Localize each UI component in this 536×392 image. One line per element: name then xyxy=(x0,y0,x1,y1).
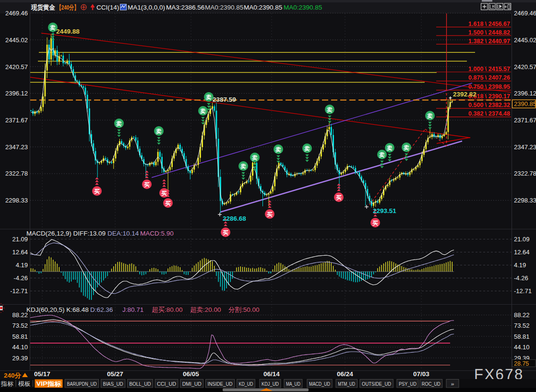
svg-text:VIP指标: VIP指标 xyxy=(36,380,62,387)
svg-text:MA_UD: MA_UD xyxy=(286,381,300,387)
svg-text:12.64: 12.64 xyxy=(514,249,530,256)
svg-text:2298.33: 2298.33 xyxy=(514,197,536,204)
svg-text:模板: 模板 xyxy=(18,380,31,387)
svg-text:73.52: 73.52 xyxy=(12,322,28,329)
svg-text:【240分】: 【240分】 xyxy=(57,4,79,11)
svg-text:240分: 240分 xyxy=(4,372,22,379)
svg-text:06/05: 06/05 xyxy=(183,370,199,378)
svg-text:卖: 卖 xyxy=(403,144,409,151)
svg-text:05/17: 05/17 xyxy=(34,370,50,378)
svg-text:MA0:2390.85: MA0:2390.85 xyxy=(205,4,243,11)
svg-text:指标: 指标 xyxy=(0,380,14,387)
svg-text:-4.26: -4.26 xyxy=(514,274,528,282)
svg-text:2293.51: 2293.51 xyxy=(373,207,396,214)
svg-text:2449.88: 2449.88 xyxy=(56,28,80,35)
svg-text:卖: 卖 xyxy=(49,24,56,31)
svg-text:买: 买 xyxy=(94,188,100,195)
svg-text:买: 买 xyxy=(267,211,273,218)
svg-text:2286.68: 2286.68 xyxy=(223,215,246,222)
svg-text:58.81: 58.81 xyxy=(12,333,28,340)
svg-text:-12.71: -12.71 xyxy=(514,287,532,295)
svg-text:07/03: 07/03 xyxy=(413,370,429,378)
svg-text:KDJ_UD: KDJ_UD xyxy=(262,381,279,387)
svg-text:卖: 卖 xyxy=(155,128,162,135)
svg-text:21.09: 21.09 xyxy=(514,236,530,243)
svg-text:卖: 卖 xyxy=(304,145,310,152)
svg-text:MA0:2390.85: MA0:2390.85 xyxy=(244,4,282,11)
svg-text:超卖:20.00: 超卖:20.00 xyxy=(190,306,221,313)
svg-text:2298.33: 2298.33 xyxy=(5,197,28,204)
svg-text:卖: 卖 xyxy=(275,146,281,153)
svg-text:12.64: 12.64 xyxy=(12,249,28,256)
svg-text:卖: 卖 xyxy=(116,120,122,127)
svg-text:1.500 \ 2448.82: 1.500 \ 2448.82 xyxy=(468,29,510,36)
svg-text:2396.12: 2396.12 xyxy=(514,90,536,97)
svg-text:2322.78: 2322.78 xyxy=(5,170,28,177)
svg-text:06/24: 06/24 xyxy=(337,370,353,378)
svg-text:买: 买 xyxy=(372,220,378,226)
svg-text:BARUPDN_UD: BARUPDN_UD xyxy=(67,381,96,387)
svg-text:2445.02: 2445.02 xyxy=(5,36,28,44)
svg-text:06/14: 06/14 xyxy=(263,370,280,378)
svg-text:0.382 \ 2374.48: 0.382 \ 2374.48 xyxy=(468,110,510,117)
svg-text:J:80.71: J:80.71 xyxy=(122,306,143,313)
svg-text:买: 买 xyxy=(336,194,342,201)
svg-text:MA0:2390.85: MA0:2390.85 xyxy=(284,4,322,11)
svg-text:44.10: 44.10 xyxy=(12,344,28,351)
svg-text:2387.59: 2387.59 xyxy=(213,96,236,103)
svg-text:卖: 卖 xyxy=(240,163,246,170)
svg-text:CCI_UD: CCI_UD xyxy=(157,381,176,387)
svg-text:买: 买 xyxy=(144,181,150,188)
svg-text:05/27: 05/27 xyxy=(107,370,123,378)
svg-text:卖: 卖 xyxy=(379,152,385,158)
svg-text:»: » xyxy=(451,381,454,387)
svg-text:2371.67: 2371.67 xyxy=(514,117,536,124)
svg-text:58.81: 58.81 xyxy=(514,333,530,340)
svg-text:OUTSIDE_UD: OUTSIDE_UD xyxy=(362,381,391,387)
svg-text:0.750 \ 2398.95: 0.750 \ 2398.95 xyxy=(468,83,510,90)
svg-text:2392.82: 2392.82 xyxy=(453,91,476,98)
svg-text:现货黄金: 现货黄金 xyxy=(31,4,55,11)
svg-text:KD_UD: KD_UD xyxy=(239,381,253,387)
svg-text:分割:50.00: 分割:50.00 xyxy=(228,306,260,313)
svg-text:CCI(14): CCI(14) xyxy=(96,4,119,11)
svg-text:MTM_UD: MTM_UD xyxy=(338,381,355,387)
svg-text:卖: 卖 xyxy=(205,94,212,101)
svg-text:买: 买 xyxy=(165,200,171,207)
svg-text:ROC_UD: ROC_UD xyxy=(422,381,441,387)
svg-text:卖: 卖 xyxy=(427,113,433,119)
svg-text:4.19: 4.19 xyxy=(514,261,526,269)
svg-text:2396.12: 2396.12 xyxy=(5,90,28,97)
svg-text:88.22: 88.22 xyxy=(514,311,530,319)
svg-text:2390.85: 2390.85 xyxy=(514,100,536,107)
svg-text:2445.02: 2445.02 xyxy=(514,36,536,44)
svg-text:MA3:2386.56: MA3:2386.56 xyxy=(166,4,204,11)
svg-text:卖: 卖 xyxy=(386,145,393,152)
svg-text:MACD_UD: MACD_UD xyxy=(309,381,330,387)
svg-text:88.22: 88.22 xyxy=(12,311,28,319)
svg-text:PSY_UD: PSY_UD xyxy=(399,381,417,387)
svg-text:-4.26: -4.26 xyxy=(13,274,28,282)
svg-text:2469.46: 2469.46 xyxy=(5,10,28,17)
svg-text:2347.23: 2347.23 xyxy=(514,143,536,151)
svg-text:卖: 卖 xyxy=(326,107,333,113)
svg-text:BOLL_UD: BOLL_UD xyxy=(130,381,151,387)
svg-text:MACD(26,12,9) DIFF:13.09: MACD(26,12,9) DIFF:13.09 xyxy=(26,230,106,237)
svg-text:卖: 卖 xyxy=(251,154,258,161)
svg-text:2420.57: 2420.57 xyxy=(514,63,536,71)
svg-text:0.875 \ 2407.26: 0.875 \ 2407.26 xyxy=(468,74,510,81)
svg-text:KDJ(60,20,5) K:68.48: KDJ(60,20,5) K:68.48 xyxy=(26,306,89,313)
svg-text:买: 买 xyxy=(223,229,228,236)
svg-text:29.39: 29.39 xyxy=(12,355,28,362)
svg-text:4.19: 4.19 xyxy=(16,261,28,269)
svg-text:1.000 \ 2415.57: 1.000 \ 2415.57 xyxy=(468,66,510,72)
svg-text:1.382 \ 2440.97: 1.382 \ 2440.97 xyxy=(468,38,510,45)
svg-text:73.52: 73.52 xyxy=(514,322,530,329)
svg-text:2469.46: 2469.46 xyxy=(514,10,536,17)
svg-text:2371.67: 2371.67 xyxy=(5,117,28,124)
svg-text:44.10: 44.10 xyxy=(514,344,530,351)
svg-text:-12.71: -12.71 xyxy=(10,287,28,295)
svg-text:1.618 \ 2456.67: 1.618 \ 2456.67 xyxy=(468,21,510,27)
svg-text:21.09: 21.09 xyxy=(12,236,28,243)
svg-text:2347.23: 2347.23 xyxy=(5,143,28,151)
